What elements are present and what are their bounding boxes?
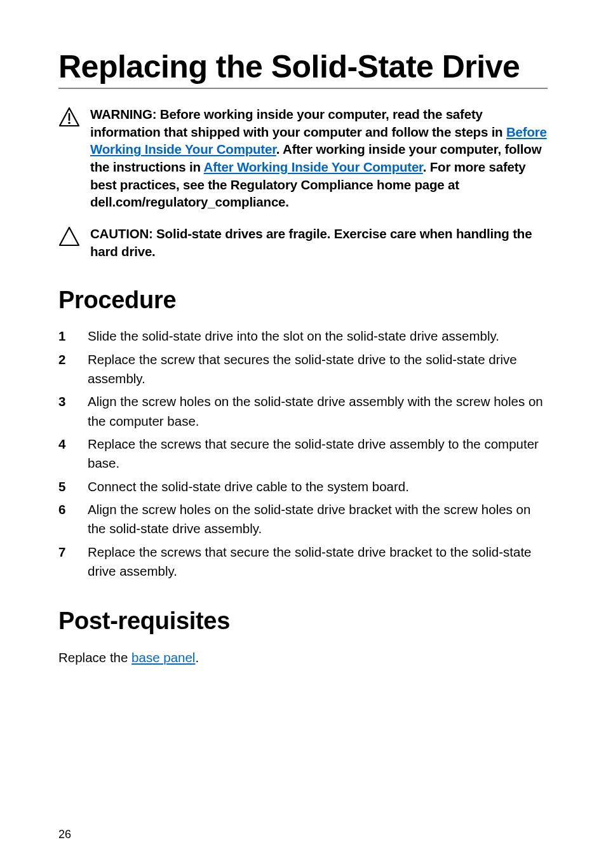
link-after-working[interactable]: After Working Inside Your Computer	[204, 159, 423, 174]
step: Slide the solid-state drive into the slo…	[58, 327, 548, 346]
svg-point-2	[68, 122, 71, 125]
procedure-heading: Procedure	[58, 287, 548, 314]
title-underline	[58, 88, 548, 89]
step: Align the screw holes on the solid-state…	[58, 500, 548, 539]
procedure-steps: Slide the solid-state drive into the slo…	[58, 327, 548, 581]
warning-callout: WARNING: Before working inside your comp…	[58, 105, 548, 211]
link-base-panel[interactable]: base panel	[131, 650, 195, 665]
page-number: 26	[58, 828, 71, 841]
page-title: Replacing the Solid-State Drive	[58, 50, 548, 84]
step: Replace the screw that secures the solid…	[58, 350, 548, 389]
svg-marker-3	[60, 227, 79, 245]
post-requisites-text: Replace the base panel.	[58, 648, 548, 667]
warning-text: WARNING: Before working inside your comp…	[90, 105, 548, 211]
caution-text: CAUTION: Solid-state drives are fragile.…	[90, 225, 548, 260]
caution-icon	[58, 226, 80, 248]
step: Replace the screws that secure the solid…	[58, 435, 548, 473]
step: Replace the screws that secure the solid…	[58, 543, 548, 581]
caution-callout: CAUTION: Solid-state drives are fragile.…	[58, 225, 548, 260]
step: Connect the solid-state drive cable to t…	[58, 477, 548, 496]
post-requisites-heading: Post-requisites	[58, 607, 548, 635]
step: Align the screw holes on the solid-state…	[58, 392, 548, 431]
warning-icon	[58, 107, 80, 128]
